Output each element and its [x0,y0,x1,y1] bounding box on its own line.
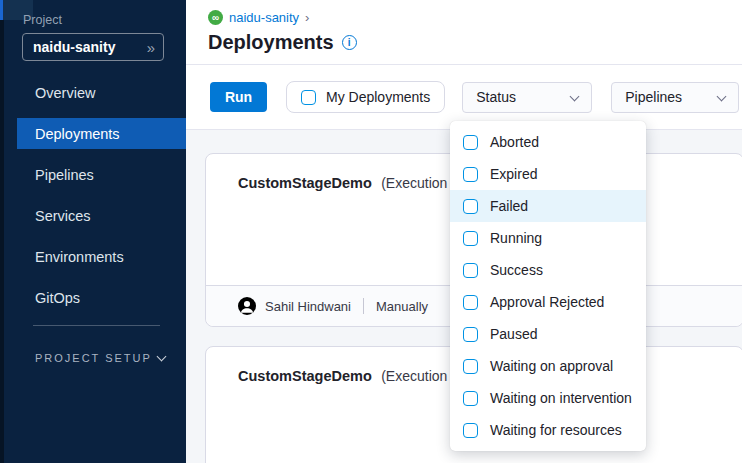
project-setup-toggle[interactable]: PROJECT SETUP [35,348,165,368]
expand-projects-icon[interactable]: » [147,40,155,55]
cd-module-icon: ∞ [208,10,223,25]
pipelines-filter-label: Pipelines [625,89,682,105]
status-option-label: Expired [490,166,537,182]
status-option[interactable]: Paused [450,318,646,350]
chevron-down-icon [570,91,580,101]
my-deployments-filter[interactable]: My Deployments [286,81,445,113]
status-option[interactable]: Waiting on approval [450,350,646,382]
status-option-label: Failed [490,198,528,214]
sidebar-nav-item-label: Environments [35,249,124,265]
project-sidebar: Project naidu-sanity » Overview Deployme… [0,0,186,463]
page-header: ∞ naidu-sanity › Deployments i [186,0,742,65]
status-option[interactable]: Aborted [450,126,646,158]
trigger-type: Manually [376,299,428,314]
user-avatar-icon [238,297,256,315]
status-option-label: Paused [490,326,537,342]
sidebar-nav-item[interactable]: Overview [0,72,186,113]
chevron-down-icon [717,91,727,101]
status-option-checkbox[interactable] [463,359,478,374]
status-option[interactable]: Expired [450,158,646,190]
status-option-label: Approval Rejected [490,294,604,310]
status-option[interactable]: Success [450,254,646,286]
pipelines-filter-select[interactable]: Pipelines [611,82,739,113]
project-selector[interactable]: naidu-sanity » [22,33,164,61]
status-option-checkbox[interactable] [463,263,478,278]
sidebar-nav: Overview Deployments Pipelines Services … [0,72,186,318]
status-option-checkbox[interactable] [463,391,478,406]
project-setup-label: PROJECT SETUP [35,352,152,364]
sidebar-nav-item[interactable]: Services [0,195,186,236]
my-deployments-label: My Deployments [326,89,430,105]
breadcrumb-separator-icon: › [305,10,309,25]
status-filter-label: Status [476,89,516,105]
status-filter-select[interactable]: Status [462,82,592,113]
status-option-checkbox[interactable] [463,295,478,310]
status-option-checkbox[interactable] [463,199,478,214]
my-deployments-checkbox[interactable] [301,90,316,105]
sidebar-nav-item-label: Pipelines [35,167,94,183]
status-option-label: Success [490,262,543,278]
status-option-checkbox[interactable] [463,135,478,150]
sidebar-nav-item[interactable]: GitOps [0,277,186,318]
info-icon[interactable]: i [342,35,357,50]
sidebar-nav-item[interactable]: Environments [0,236,186,277]
sidebar-nav-item[interactable]: Deployments [0,113,186,154]
status-option-label: Running [490,230,542,246]
status-option-checkbox[interactable] [463,423,478,438]
status-option-checkbox[interactable] [463,327,478,342]
breadcrumb: ∞ naidu-sanity › [208,9,742,26]
sidebar-nav-item[interactable]: Pipelines [0,154,186,195]
project-label: Project [23,13,62,27]
sidebar-divider [33,325,160,326]
project-selector-value: naidu-sanity [33,39,115,55]
status-option-label: Aborted [490,134,539,150]
status-option-checkbox[interactable] [463,167,478,182]
status-option-label: Waiting on intervention [490,390,632,406]
page-title: Deployments [208,31,334,54]
chevron-down-icon [157,352,167,362]
sidebar-nav-item-label: Overview [35,85,95,101]
status-option-label: Waiting for resources [490,422,622,438]
run-button[interactable]: Run [210,82,267,112]
status-option[interactable]: Waiting for resources [450,414,646,446]
sidebar-nav-item-label: GitOps [35,290,80,306]
status-option[interactable]: Approval Rejected [450,286,646,318]
pipeline-name[interactable]: CustomStageDemo [238,368,372,384]
status-option[interactable]: Failed [450,190,646,222]
triggered-by: Sahil Hindwani [265,299,351,314]
title-row: Deployments i [208,31,742,54]
status-option[interactable]: Waiting on intervention [450,382,646,414]
breadcrumb-project-link[interactable]: naidu-sanity [229,10,299,25]
status-dropdown-menu: Aborted Expired Failed Running Success A… [450,121,646,451]
status-option[interactable]: Running [450,222,646,254]
sidebar-nav-item-label: Deployments [35,126,120,142]
pipeline-name[interactable]: CustomStageDemo [238,175,372,191]
meta-separator [363,298,364,314]
status-option-label: Waiting on approval [490,358,613,374]
sidebar-nav-item-label: Services [35,208,91,224]
status-option-checkbox[interactable] [463,231,478,246]
